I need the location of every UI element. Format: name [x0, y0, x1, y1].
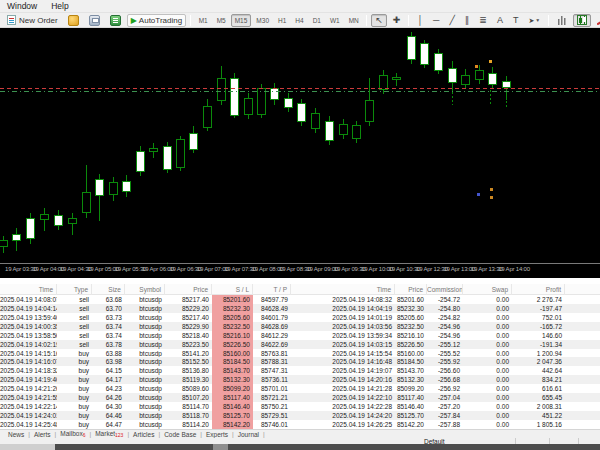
timeframe-m30-button[interactable]: M30 [253, 14, 273, 27]
taskbar-segment [228, 444, 600, 450]
menu-help[interactable]: Help [44, 0, 75, 13]
column-header-time[interactable]: Time [0, 284, 57, 295]
tab-market[interactable]: Market123 [91, 430, 127, 438]
timeframe-h1-button[interactable]: H1 [275, 14, 290, 27]
column-header-sl[interactable]: S / L [212, 284, 253, 295]
table-cell: 2025.04.19 14:04:19 [291, 304, 395, 313]
crosshair-button[interactable]: ✚ [389, 14, 405, 27]
data-window-button[interactable] [106, 14, 125, 27]
candlestick-chart-button[interactable] [573, 14, 591, 27]
column-header-commission[interactable]: Commission▽ [427, 284, 463, 295]
timeframe-mn-button[interactable]: MN [345, 14, 362, 27]
table-row[interactable]: 2025.04.19 13:59:40sell63.73btcusdp85217… [0, 313, 600, 322]
print-button[interactable] [85, 14, 104, 27]
column-header-price[interactable]: Price [395, 284, 427, 295]
stop-loss-cell: 85216.10 [212, 331, 253, 340]
bar-chart-button[interactable] [553, 14, 571, 27]
timeframe-m5-button[interactable]: M5 [213, 14, 229, 27]
cursor-button[interactable]: ↖ [371, 14, 387, 27]
profiles-button[interactable] [64, 14, 83, 27]
table-row[interactable]: 2025.04.19 14:02:19sell63.78btcusdp85223… [0, 340, 600, 349]
stop-loss-cell: 85232.50 [212, 322, 253, 331]
tab-news[interactable]: News [4, 431, 28, 438]
trendline-button[interactable]: ╱ [445, 14, 458, 27]
stop-loss-cell: 85142.20 [212, 420, 253, 429]
timeframe-d1-button[interactable]: D1 [309, 14, 324, 27]
table-row[interactable]: 2025.04.19 14:22:14buy64.30btcusdp85114.… [0, 402, 600, 411]
column-header-profit[interactable]: Profit [512, 284, 565, 295]
line-chart-button[interactable] [593, 14, 600, 27]
trade-trail-marker [452, 92, 453, 105]
table-cell: 2025.04.19 14:22:14 [0, 402, 57, 411]
table-row[interactable]: 2025.04.19 14:21:55buy64.26btcusdp85107.… [0, 393, 600, 402]
menu-window[interactable]: Window [0, 0, 44, 13]
column-header-size[interactable]: Size [92, 284, 125, 295]
arrows-button[interactable]: ➤▼ [524, 14, 544, 27]
stop-loss-cell: 85226.50 [212, 340, 253, 349]
tab-alerts[interactable]: Alerts [30, 431, 55, 438]
table-row[interactable]: 2025.04.19 14:25:48buy64.47btcusdp85114.… [0, 420, 600, 429]
table-cell: 63.70 [92, 304, 125, 313]
table-row[interactable]: 2025.04.19 13:58:50sell63.74btcusdp85218… [0, 331, 600, 340]
table-cell: 2025.04.19 14:21:28 [291, 384, 395, 393]
candlestick-chart[interactable] [0, 28, 600, 263]
table-row[interactable]: 2025.04.19 14:16:07buy63.98btcusdp85152.… [0, 357, 600, 366]
table-cell: 2025.04.19 14:02:19 [0, 340, 57, 349]
trade-history-panel: TimeTypeSizeSymbolPriceS / LT / PTimePri… [0, 278, 600, 429]
text-button[interactable]: T [509, 14, 523, 27]
column-header-time[interactable]: Time [291, 284, 395, 295]
tab-experts[interactable]: Experts [202, 431, 232, 438]
table-cell: 85141.20 [165, 349, 212, 358]
table-cell: 64.46 [92, 411, 125, 420]
autotrading-button[interactable]: ▶ AutoTrading [127, 14, 186, 27]
horizontal-line-button[interactable]: ─ [429, 14, 443, 27]
table-cell: 2025.04.19 14:16:07 [0, 357, 57, 366]
column-header-type[interactable]: Type [57, 284, 92, 295]
tab-code-base[interactable]: Code Base [160, 431, 200, 438]
stop-loss-cell: 85184.50 [212, 357, 253, 366]
candle-body [244, 98, 253, 115]
table-cell: 84601.79 [253, 313, 291, 322]
stop-loss-cell: 85205.60 [212, 313, 253, 322]
table-row[interactable]: 2025.04.19 14:19:40buy64.17btcusdp85119.… [0, 375, 600, 384]
table-header-row[interactable]: TimeTypeSizeSymbolPriceS / LT / PTimePri… [0, 284, 600, 295]
timeframe-m1-button[interactable]: M1 [195, 14, 211, 27]
column-header-price[interactable]: Price [165, 284, 212, 295]
candle-wick [72, 213, 73, 235]
table-row[interactable]: 2025.04.19 14:21:26buy64.23btcusdp85089.… [0, 384, 600, 393]
table-cell: -257.04 [427, 393, 463, 402]
new-order-button[interactable]: New Order [3, 14, 62, 27]
column-header-swap[interactable]: Swap [463, 284, 512, 295]
channel-button[interactable]: ∥ [461, 14, 474, 27]
tab-mailbox[interactable]: Mailbox6 [56, 430, 89, 438]
timeframe-w1-button[interactable]: W1 [326, 14, 343, 27]
tab-separator: | [263, 431, 265, 438]
vertical-line-button[interactable]: │ [413, 14, 427, 27]
candle-body [163, 146, 172, 170]
text-label-button[interactable]: A [493, 14, 507, 27]
taskbar-notch [213, 444, 228, 450]
table-cell: 442.64 [512, 366, 565, 375]
table-row[interactable]: 2025.04.19 14:15:16buy63.88btcusdp85141.… [0, 349, 600, 358]
timeframe-h4-button[interactable]: H4 [292, 14, 307, 27]
tab-journal[interactable]: Journal [234, 431, 263, 438]
table-cell: 63.68 [92, 295, 125, 304]
table-row[interactable]: 2025.04.19 14:24:01buy64.46btcusdp85118.… [0, 411, 600, 420]
table-row[interactable]: 2025.04.19 14:00:35sell63.74btcusdp85229… [0, 322, 600, 331]
fibonacci-button[interactable]: ≣ [475, 14, 491, 27]
tab-articles[interactable]: Articles [129, 431, 158, 438]
table-cell: btcusdp [125, 384, 165, 393]
table-row[interactable]: 2025.04.19 14:18:32buy64.15btcusdp85136.… [0, 366, 600, 375]
table-cell: 85229.90 [165, 322, 212, 331]
table-cell: 2025.04.19 14:21:26 [0, 384, 57, 393]
taskbar-strip [0, 444, 600, 450]
timeframe-m15-button[interactable]: M15 [231, 14, 251, 27]
column-header-tp[interactable]: T / P [253, 284, 291, 295]
candle-body [176, 139, 185, 168]
time-axis-label: 19 Apr 14:00 [498, 266, 530, 272]
table-row[interactable]: 2025.04.19 14:08:07sell63.68btcusdp85217… [0, 295, 600, 304]
candle-body [488, 73, 497, 85]
table-cell: 2025.04.19 14:15:16 [0, 349, 57, 358]
column-header-symbol[interactable]: Symbol [125, 284, 165, 295]
table-row[interactable]: 2025.04.19 14:04:14sell63.70btcusdp85229… [0, 304, 600, 313]
